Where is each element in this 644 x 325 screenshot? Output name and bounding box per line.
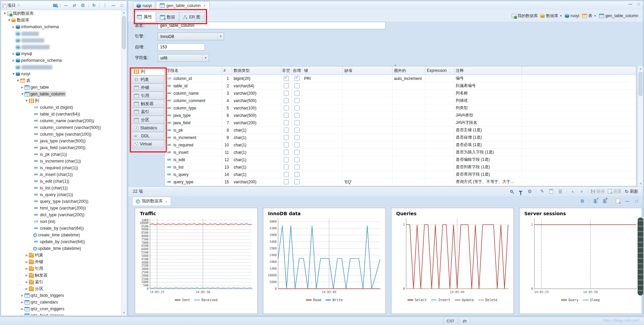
checkbox-unchecked[interactable] [294,135,300,140]
move-down-button[interactable] [579,188,585,194]
checkbox-unchecked[interactable] [294,165,300,170]
chevron-right-icon[interactable]: ▶ [20,294,24,297]
cell-ordinal[interactable]: 4 [222,97,232,104]
cell-ordinal[interactable]: 13 [222,164,232,171]
cell-default[interactable] [342,164,392,171]
cell-comment[interactable]: 归属表编号 [454,82,522,90]
cell-key[interactable] [302,178,342,186]
cell-name[interactable]: ABCcolumn_type [165,104,222,112]
close-icon[interactable] [165,199,168,204]
cell-autoincrement[interactable] [291,178,302,186]
cell-default[interactable] [342,104,392,112]
cell-comment[interactable]: 是否编辑字段 (1是) [454,156,522,164]
breadcrumb-item-ruoyi[interactable]: ruoyi [565,13,579,18]
side-tab-DDL[interactable]: <>DDL [131,132,164,140]
tree-item-外键[interactable]: ▶外键 [1,259,121,265]
tree-item-qrtz_blob_triggers[interactable]: ▶qrtz_blob_triggers [1,292,121,299]
cell-ordinal[interactable]: 11 [222,149,232,156]
cell-name[interactable]: ABCjava_type [165,112,222,119]
checkbox-unchecked[interactable] [284,179,289,184]
cell-notnull[interactable] [281,134,291,141]
scroll-down-icon[interactable]: ▼ [638,181,643,186]
tree-item-is_list[interactable]: ABCis_list (char(1)) [1,185,121,191]
cell-autoincrement[interactable] [291,97,302,104]
cell-expression[interactable] [425,178,454,186]
tree-item-is_required[interactable]: ABCis_required (char(1)) [1,165,121,171]
cell-default[interactable] [342,149,392,156]
overlay-scrollbar[interactable] [638,218,643,295]
cell-ordinal[interactable]: 1 [222,75,232,82]
checkbox-unchecked[interactable] [294,105,300,110]
cell-key[interactable] [302,141,342,149]
tree-item-表[interactable]: ▼表 [1,77,121,84]
scroll-up-icon[interactable]: ▲ [121,10,126,15]
breadcrumb-item-我的数据库[interactable]: 我的数据库 [512,13,538,19]
cell-key[interactable] [302,156,342,164]
cell-name[interactable]: ABCquery_type [165,178,222,186]
side-tab-Virtual[interactable]: Virtual [131,140,164,148]
cell-default[interactable] [342,127,392,134]
minimize-button[interactable] [110,2,116,8]
checkbox-unchecked[interactable] [294,83,300,88]
tree-item-redacted[interactable] [1,37,121,44]
chevron-right-icon[interactable]: ▶ [11,52,16,55]
tree-item-我的数据库[interactable]: ▼我的数据库 [1,10,121,17]
cell-ordinal[interactable]: 15 [222,178,232,186]
revert-button[interactable]: 还原 [608,189,622,194]
checkbox-unchecked[interactable] [294,150,300,155]
cell-datatype[interactable]: varchar(200) [232,90,281,97]
maximize-button[interactable] [634,198,640,204]
dashboard-tab[interactable]: 我的数据库 [132,197,171,205]
grid-header-键[interactable]: 键 [302,66,342,75]
grid-header-注释[interactable]: 注释 [454,66,522,75]
cell-default[interactable] [342,82,392,90]
grip-dots-button[interactable] [102,2,108,8]
checkbox-unchecked[interactable] [284,135,289,140]
cell-expression[interactable] [425,90,454,97]
cell-notnull[interactable] [281,156,291,164]
tree-item-is_edit[interactable]: ABCis_edit (char(1)) [1,178,121,185]
cell-ordinal[interactable]: 12 [222,156,232,164]
cell-name[interactable]: ABCtable_id [165,82,222,90]
cell-key[interactable] [302,127,342,134]
maximize-button[interactable] [119,2,125,8]
add-column-button[interactable] [548,188,554,194]
checkbox-unchecked[interactable] [294,98,300,103]
chevron-down-icon[interactable]: ▼ [594,14,596,17]
tree-item-触发器[interactable]: ▶触发器 [1,272,121,279]
cell-name[interactable]: ABCjava_field [165,119,222,127]
side-tab-索引[interactable]: 索引 [131,108,164,116]
collapse-all-button[interactable] [63,2,69,8]
cell-ordinal[interactable]: 3 [222,90,232,97]
cell-default[interactable] [342,119,392,127]
chevron-right-icon[interactable]: ▶ [24,260,29,264]
tree-item-update_by[interactable]: ABCupdate_by (varchar(64)) [1,238,121,245]
tree-item-create_by[interactable]: ABCcreate_by (varchar(64)) [1,225,121,232]
tree-item-qrtz_cron_triggers[interactable]: ▶qrtz_cron_triggers [1,306,121,312]
grid-header-数据类型[interactable]: 数据类型 [232,66,281,75]
cell-ordinal[interactable]: 14 [222,171,232,178]
tree-item-gen_table_column[interactable]: ▼gen_table_column [1,91,121,97]
cell-expression[interactable] [425,119,454,127]
checkbox-unchecked[interactable] [284,83,289,88]
cell-key[interactable] [302,97,342,104]
tree-scrollbar[interactable]: ▲ ▼ [121,10,126,315]
cell-comment[interactable]: 是否必填 (1是) [454,141,522,149]
cell-comment[interactable]: 列类型 [454,104,522,112]
checkbox-unchecked[interactable] [284,98,289,103]
cell-key[interactable] [302,112,342,119]
checkbox-unchecked[interactable] [284,172,289,177]
cell-autoincrement[interactable] [291,164,302,171]
cell-autoincrement[interactable] [291,149,302,156]
cell-autoincrement[interactable] [291,112,302,119]
chevron-right-icon[interactable]: ▶ [20,86,24,89]
chevron-down-icon[interactable]: ▼ [559,14,562,17]
checkbox-checked[interactable] [294,76,300,81]
checkbox-checked[interactable] [284,76,289,81]
chevron-right-icon[interactable]: ▶ [11,59,16,62]
breadcrumb-item-表[interactable]: 表▼ [582,13,596,19]
cell-autoincrement[interactable] [291,82,302,90]
tree-item-ruoyi[interactable]: ▼ruoyi [1,71,121,77]
chevron-right-icon[interactable]: ▶ [24,287,29,290]
chevron-right-icon[interactable]: ▶ [24,280,29,284]
